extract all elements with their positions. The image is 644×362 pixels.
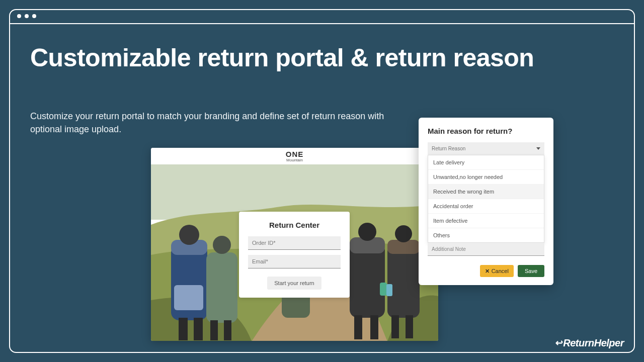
return-reason-select[interactable]: Return Reason — [428, 142, 544, 155]
window-divider — [10, 23, 634, 24]
cancel-button-label: Cancel — [492, 268, 509, 274]
return-center-title: Return Center — [248, 221, 341, 229]
svg-point-19 — [395, 225, 412, 242]
start-return-button[interactable]: Start your return — [267, 277, 321, 290]
close-icon: ✕ — [485, 268, 490, 274]
return-helper-logo: ReturnHelper — [555, 337, 624, 349]
dropdown-option[interactable]: Late delivery — [428, 155, 544, 170]
dropdown-option[interactable]: Accidental order — [428, 199, 544, 214]
svg-rect-11 — [350, 242, 385, 318]
chevron-down-icon — [536, 147, 540, 150]
svg-rect-5 — [179, 318, 188, 340]
svg-rect-14 — [380, 283, 387, 296]
svg-rect-16 — [370, 315, 378, 339]
window-dot — [32, 14, 36, 18]
dropdown-option[interactable]: Unwanted,no longer needed — [428, 170, 544, 185]
return-reason-dropdown: Late deliveryUnwanted,no longer neededRe… — [428, 155, 544, 243]
return-center-card: Return Center Start your return — [239, 212, 350, 298]
cancel-button[interactable]: ✕ Cancel — [480, 265, 514, 277]
page-subhead: Customize your return portal to match yo… — [30, 110, 403, 136]
window-dot — [25, 14, 29, 18]
dropdown-option[interactable]: Item defective — [428, 214, 544, 228]
svg-rect-7 — [206, 252, 237, 323]
svg-rect-20 — [391, 315, 399, 338]
svg-rect-17 — [387, 245, 420, 318]
portal-brand-header: ONE Mountain — [151, 148, 438, 164]
return-reason-modal: Main reason for return? Return Reason La… — [419, 118, 553, 285]
svg-rect-4 — [174, 285, 203, 310]
svg-rect-10 — [224, 320, 231, 340]
svg-rect-22 — [386, 284, 392, 296]
select-placeholder-text: Return Reason — [432, 146, 465, 151]
svg-point-8 — [213, 236, 231, 254]
window-controls — [17, 14, 36, 18]
portal-brand-sub: Mountain — [151, 158, 438, 162]
dropdown-option[interactable]: Others — [428, 228, 544, 242]
svg-rect-15 — [354, 315, 362, 339]
portal-brand-name: ONE — [151, 150, 438, 158]
order-id-input[interactable] — [248, 236, 341, 250]
dropdown-option[interactable]: Received the wrong item — [428, 185, 544, 199]
svg-point-13 — [358, 223, 376, 241]
save-button[interactable]: Save — [518, 265, 544, 277]
modal-actions: ✕ Cancel Save — [428, 265, 544, 277]
portal-hero-image: Return Center Start your return — [151, 164, 438, 341]
reason-modal-title: Main reason for return? — [428, 127, 544, 135]
svg-rect-21 — [406, 315, 413, 338]
additional-note-input[interactable]: Additional Note — [428, 243, 544, 256]
svg-point-3 — [179, 225, 199, 245]
svg-rect-9 — [210, 320, 218, 340]
page-headline: Customizable return portal & return reas… — [30, 44, 534, 71]
email-input[interactable] — [248, 255, 341, 268]
svg-rect-6 — [194, 318, 203, 340]
window-dot — [17, 14, 21, 18]
return-portal-preview: ONE Mountain — [151, 148, 438, 341]
